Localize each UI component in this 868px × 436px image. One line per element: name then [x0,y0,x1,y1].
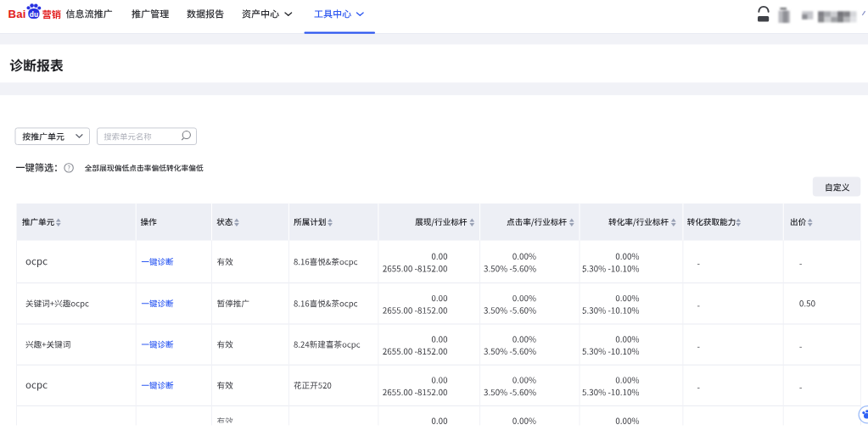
svg-text:du: du [30,10,38,19]
svg-text:Bai: Bai [8,8,26,20]
